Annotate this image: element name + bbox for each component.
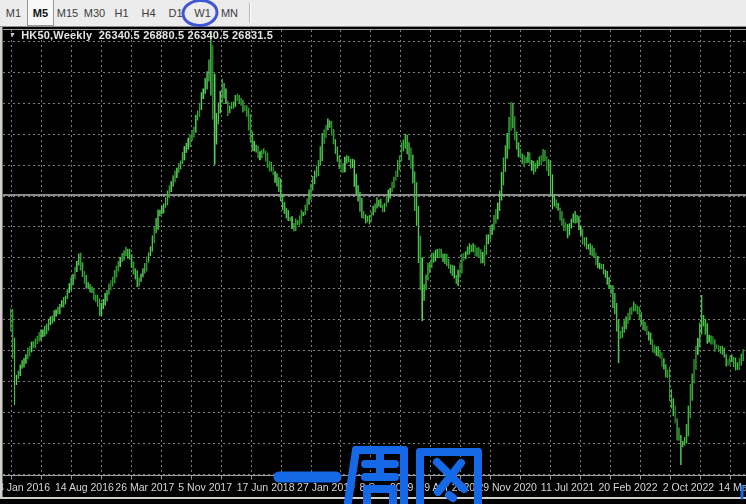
timeframe-button-m15[interactable]: M15 xyxy=(54,0,81,26)
symbol-dropdown-icon[interactable]: ▼ xyxy=(9,31,16,38)
timeframe-button-w1[interactable]: W1 xyxy=(189,0,216,26)
chart-title: ▼HK50,Weekly 26340.5 26880.5 26340.5 268… xyxy=(9,29,273,41)
price-chart-canvas[interactable] xyxy=(3,28,746,497)
mt4-chart-window: M1M5M15M30H1H4D1W1MN ▼HK50,Weekly 26340.… xyxy=(0,0,746,504)
timeframe-button-m1[interactable]: M1 xyxy=(0,0,27,26)
timeframe-buttons: M1M5M15M30H1H4D1W1MN xyxy=(0,0,243,26)
timeframe-button-m5[interactable]: M5 xyxy=(27,0,54,26)
timeframe-toolbar: M1M5M15M30H1H4D1W1MN xyxy=(0,0,746,27)
window-bottom-border xyxy=(0,497,746,499)
timeframe-button-mn[interactable]: MN xyxy=(216,0,243,26)
chart-symbol-title: HK50,Weekly xyxy=(21,29,92,41)
timeframe-button-h4[interactable]: H4 xyxy=(135,0,162,26)
timeframe-button-d1[interactable]: D1 xyxy=(162,0,189,26)
time-axis-label: 14 May 2023 xyxy=(704,481,746,493)
timeframe-button-h1[interactable]: H1 xyxy=(108,0,135,26)
toolbar-separator xyxy=(249,3,251,23)
timeframe-button-m30[interactable]: M30 xyxy=(81,0,108,26)
chart-ohlc-values: 26340.5 26880.5 26340.5 26831.5 xyxy=(99,29,273,41)
